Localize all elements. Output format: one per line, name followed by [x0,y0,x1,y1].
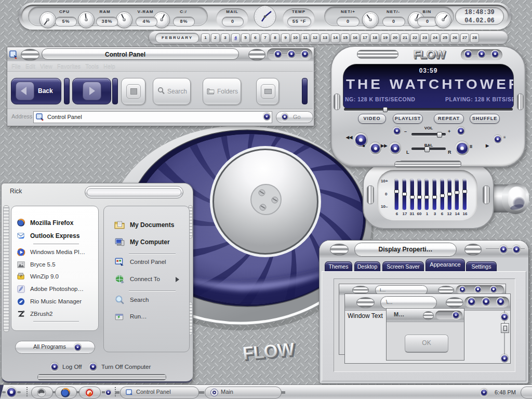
svg-text:FLOW: FLOW [414,48,446,61]
